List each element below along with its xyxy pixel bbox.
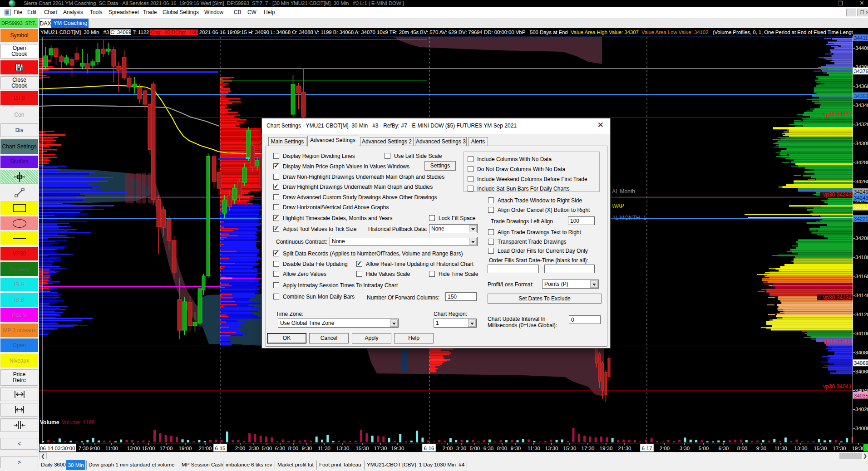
svg-text:6-17: 6-17	[641, 446, 652, 451]
svg-text:19:30: 19:30	[852, 446, 865, 451]
svg-text:3:30: 3:30	[680, 446, 690, 451]
svg-text:11:30: 11:30	[528, 446, 540, 451]
svg-text:34340: 34340	[855, 103, 868, 108]
svg-text:34020: 34020	[855, 407, 868, 412]
svg-text:Volume: Volume	[40, 419, 59, 426]
svg-text:34080: 34080	[855, 350, 868, 355]
svg-text:11:30: 11:30	[774, 446, 787, 451]
svg-text:6:30: 6:30	[719, 446, 729, 451]
svg-text:17:30: 17:30	[833, 446, 846, 451]
svg-text:34060: 34060	[855, 369, 868, 374]
svg-text:AL MONTH -1: AL MONTH -1	[612, 215, 646, 221]
svg-text:9:30: 9:30	[302, 446, 312, 451]
svg-text:34160: 34160	[855, 274, 868, 279]
svg-text:06-14 03:30:00: 06-14 03:30:00	[40, 446, 75, 451]
svg-text:19:30: 19:30	[391, 446, 404, 451]
svg-text:15:30: 15:30	[814, 446, 827, 451]
svg-text:vp30 34041: vp30 34041	[823, 383, 852, 390]
svg-text:9:30: 9:30	[756, 446, 766, 451]
svg-text:17:30: 17:30	[374, 446, 387, 451]
svg-text:15:00: 15:00	[142, 446, 155, 451]
svg-text:vp30 34243: vp30 34243	[823, 191, 852, 198]
svg-text:34180: 34180	[855, 255, 868, 260]
svg-text:AL Month: AL Month	[612, 188, 635, 195]
svg-text:34400: 34400	[855, 45, 868, 51]
svg-text:19:00: 19:00	[179, 446, 192, 451]
svg-text:6:30: 6:30	[483, 446, 493, 451]
svg-text:6:30: 6:30	[275, 446, 285, 451]
svg-text:5:00: 5:00	[470, 446, 480, 451]
svg-text:34035: 34035	[854, 393, 868, 398]
svg-text:34376: 34376	[854, 69, 868, 74]
svg-text:vp30 34326: vp30 34326	[823, 111, 852, 118]
svg-text:11:30: 11:30	[318, 446, 330, 451]
svg-text:8:00: 8:00	[737, 446, 747, 451]
svg-text:6-15: 6-15	[215, 446, 225, 451]
svg-text:34300: 34300	[855, 141, 868, 146]
svg-text:34120: 34120	[855, 312, 868, 317]
svg-text:34320: 34320	[855, 122, 868, 127]
svg-text:11:00: 11:00	[105, 446, 118, 451]
svg-text:15:30: 15:30	[563, 446, 577, 451]
svg-text:34280: 34280	[855, 160, 868, 165]
svg-text:9:30: 9:30	[511, 446, 521, 451]
svg-text:vp30 34134: vp30 34134	[823, 294, 852, 301]
svg-text:Volume: 1199: Volume: 1199	[62, 419, 95, 426]
svg-text:34350: 34350	[854, 93, 868, 99]
svg-text:8:00: 8:00	[497, 446, 507, 451]
svg-text:2:00: 2:00	[443, 446, 453, 451]
svg-text:17:30: 17:30	[582, 446, 595, 451]
svg-text:19:30: 19:30	[600, 446, 613, 451]
svg-text:34360: 34360	[855, 83, 868, 89]
svg-text:34221: 34221	[854, 216, 868, 221]
svg-text:34200: 34200	[855, 236, 868, 241]
svg-text:13:30: 13:30	[794, 446, 808, 451]
svg-text:8:00: 8:00	[288, 446, 298, 451]
svg-text:7:30: 7:30	[79, 446, 89, 451]
svg-text:34411: 34411	[854, 35, 868, 41]
svg-text:13:00: 13:00	[127, 446, 140, 451]
svg-text:13:30: 13:30	[336, 446, 350, 451]
svg-text:13:30: 13:30	[545, 446, 558, 451]
svg-text:WAP: WAP	[612, 203, 624, 209]
svg-text:5:00: 5:00	[699, 446, 709, 451]
svg-text:5:00: 5:00	[262, 446, 272, 451]
svg-text:34233: 34233	[854, 205, 868, 210]
svg-text:34243: 34243	[854, 195, 868, 201]
svg-text:21:30: 21:30	[618, 446, 631, 451]
svg-text:34260: 34260	[855, 179, 868, 184]
svg-text:vp30 34089: vp30 34089	[823, 338, 852, 344]
svg-text:15:30: 15:30	[356, 446, 369, 451]
svg-text:17:00: 17:00	[160, 446, 173, 451]
svg-text:9:00: 9:00	[90, 446, 100, 451]
svg-text:34069: 34069	[854, 360, 868, 366]
svg-text:34000: 34000	[855, 426, 868, 431]
svg-text:34100: 34100	[855, 331, 868, 336]
svg-text:2:00: 2:00	[235, 446, 245, 451]
svg-text:3:30: 3:30	[456, 446, 466, 451]
svg-text:34249: 34249	[854, 189, 868, 195]
svg-text:34140: 34140	[855, 293, 868, 298]
svg-text:2:00: 2:00	[660, 446, 670, 451]
svg-text:6-16: 6-16	[424, 446, 434, 451]
svg-text:21:00: 21:00	[199, 446, 212, 451]
svg-text:3:30: 3:30	[249, 446, 259, 451]
